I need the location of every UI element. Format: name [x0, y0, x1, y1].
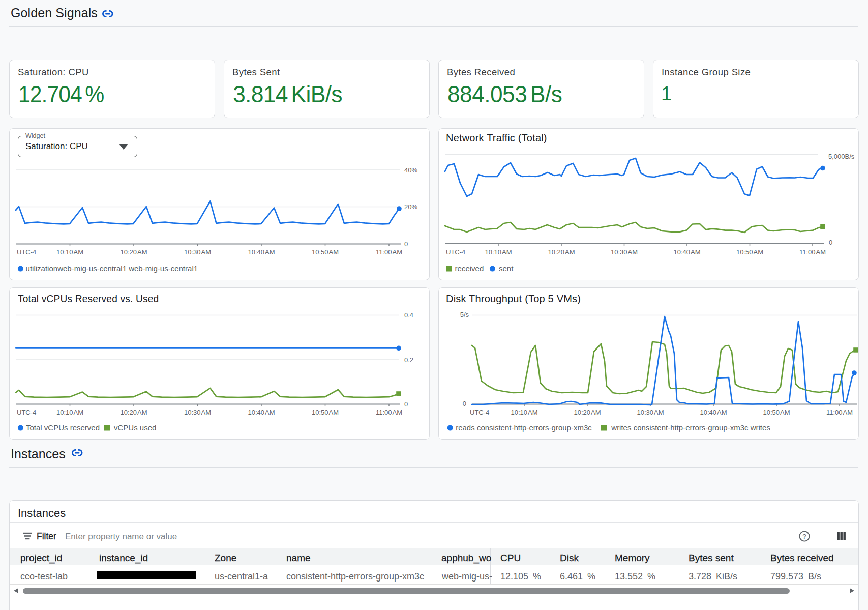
svg-text:0.2: 0.2 — [404, 356, 413, 364]
svg-text:10:30 AM: 10:30 AM — [637, 409, 664, 416]
svg-text:10:40 AM: 10:40 AM — [248, 248, 275, 256]
svg-text:10:30 AM: 10:30 AM — [184, 248, 211, 256]
svg-text:vCPUs used: vCPUs used — [114, 423, 156, 432]
svg-text:sent: sent — [499, 264, 514, 273]
svg-text:10:50 AM: 10:50 AM — [763, 409, 790, 416]
svg-text:10:40 AM: 10:40 AM — [673, 248, 700, 256]
svg-text:10:10 AM: 10:10 AM — [511, 409, 537, 416]
svg-text:10:50 AM: 10:50 AM — [312, 409, 339, 416]
svg-text:UTC-4: UTC-4 — [17, 409, 36, 416]
svg-text:10:10 AM: 10:10 AM — [56, 248, 83, 256]
svg-text:11:00 AM: 11:00 AM — [376, 248, 402, 256]
svg-text:writes consistent-http-errors-: writes consistent-http-errors-group-xm3c… — [611, 423, 770, 432]
svg-text:10:50 AM: 10:50 AM — [736, 248, 763, 256]
svg-text:11:00 AM: 11:00 AM — [826, 409, 853, 416]
svg-text:UTC-4: UTC-4 — [470, 409, 489, 416]
svg-text:10:50 AM: 10:50 AM — [312, 248, 339, 256]
svg-text:UTC-4: UTC-4 — [17, 248, 36, 256]
svg-text:10:10 AM: 10:10 AM — [56, 409, 83, 416]
svg-text:reads consistent-http-errors-g: reads consistent-http-errors-group-xm3c — [456, 423, 592, 432]
svg-text:20%: 20% — [404, 203, 417, 211]
svg-text:utilizationweb-mig-us-central1: utilizationweb-mig-us-central1 web-mig-u… — [26, 264, 198, 273]
svg-text:11:00 AM: 11:00 AM — [376, 409, 402, 416]
svg-text:0: 0 — [829, 239, 832, 246]
svg-text:5,000B/s: 5,000B/s — [828, 153, 855, 160]
svg-text:0: 0 — [404, 400, 408, 408]
svg-text:10:20 AM: 10:20 AM — [120, 409, 147, 416]
svg-text:10:20 AM: 10:20 AM — [574, 409, 601, 416]
svg-text:40%: 40% — [404, 166, 417, 174]
svg-text:0.4: 0.4 — [404, 311, 413, 319]
svg-text:10:40 AM: 10:40 AM — [700, 409, 727, 416]
svg-text:10:20 AM: 10:20 AM — [120, 248, 147, 256]
svg-text:5/s: 5/s — [460, 311, 469, 318]
svg-text:10:10 AM: 10:10 AM — [485, 248, 512, 256]
svg-text:received: received — [455, 264, 484, 273]
svg-text:10:30 AM: 10:30 AM — [611, 248, 638, 256]
svg-text:10:20 AM: 10:20 AM — [548, 248, 575, 256]
svg-text:Total vCPUs reserved: Total vCPUs reserved — [26, 423, 100, 432]
svg-text:10:30 AM: 10:30 AM — [184, 409, 211, 416]
svg-text:10:40 AM: 10:40 AM — [248, 409, 275, 416]
svg-text:UTC-4: UTC-4 — [446, 248, 465, 256]
svg-text:?: ? — [802, 532, 806, 540]
svg-text:0: 0 — [404, 240, 408, 248]
svg-text:0: 0 — [463, 400, 466, 408]
svg-text:11:00 AM: 11:00 AM — [799, 248, 826, 256]
